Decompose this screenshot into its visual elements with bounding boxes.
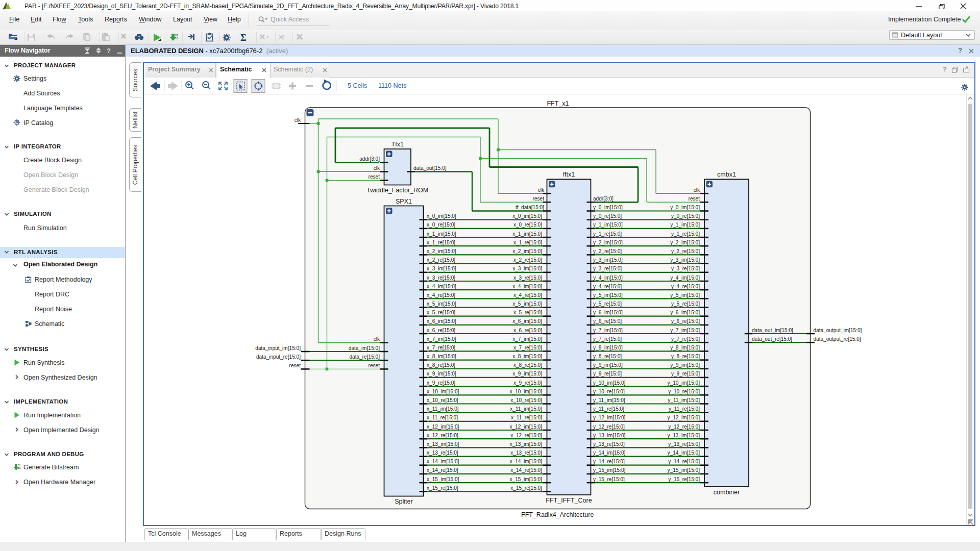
svg-text:y_6_re[15:0]: y_6_re[15:0]: [593, 318, 622, 324]
svg-text:data_input_im[15:0]: data_input_im[15:0]: [255, 345, 301, 350]
svg-text:data_out[15:0]: data_out[15:0]: [413, 165, 447, 171]
svg-text:x_15_im[15:0]: x_15_im[15:0]: [427, 476, 459, 482]
svg-text:x_4_re[15:0]: x_4_re[15:0]: [427, 292, 455, 297]
svg-text:reset: reset: [689, 195, 700, 201]
svg-text:x_15_re[15:0]: x_15_re[15:0]: [510, 485, 542, 490]
svg-text:y_1_im[15:0]: y_1_im[15:0]: [593, 222, 623, 228]
svg-text:y_12_re[15:0]: y_12_re[15:0]: [668, 423, 700, 429]
svg-text:y_3_im[15:0]: y_3_im[15:0]: [670, 257, 700, 263]
svg-text:y_5_im[15:0]: y_5_im[15:0]: [593, 292, 623, 297]
svg-text:x_2_re[15:0]: x_2_re[15:0]: [513, 257, 542, 263]
svg-text:x_4_re[15:0]: x_4_re[15:0]: [513, 292, 542, 297]
svg-text:y_12_im[15:0]: y_12_im[15:0]: [593, 415, 626, 420]
svg-text:y_9_re[15:0]: y_9_re[15:0]: [593, 371, 622, 377]
svg-text:x_3_re[15:0]: x_3_re[15:0]: [427, 274, 455, 280]
svg-text:x_7_re[15:0]: x_7_re[15:0]: [427, 344, 455, 350]
svg-text:y_11_re[15:0]: y_11_re[15:0]: [593, 406, 624, 412]
svg-text:y_10_re[15:0]: y_10_re[15:0]: [593, 388, 625, 394]
svg-text:y_12_im[15:0]: y_12_im[15:0]: [668, 415, 700, 420]
svg-text:x_9_im[15:0]: x_9_im[15:0]: [512, 371, 542, 377]
svg-text:10: 10: [175, 37, 178, 40]
svg-text:x_5_im[15:0]: x_5_im[15:0]: [427, 301, 456, 307]
svg-text:x_12_im[15:0]: x_12_im[15:0]: [427, 423, 459, 429]
svg-text:x_11_im[15:0]: x_11_im[15:0]: [510, 406, 542, 412]
svg-text:x_11_re[15:0]: x_11_re[15:0]: [427, 415, 458, 420]
svg-text:reset: reset: [369, 174, 380, 180]
svg-text:y_13_re[15:0]: y_13_re[15:0]: [668, 441, 700, 446]
svg-text:y_6_re[15:0]: y_6_re[15:0]: [671, 318, 700, 324]
svg-text:y_5_im[15:0]: y_5_im[15:0]: [670, 292, 700, 297]
svg-text:y_2_im[15:0]: y_2_im[15:0]: [593, 239, 623, 245]
svg-text:x_10_re[15:0]: x_10_re[15:0]: [510, 397, 542, 403]
svg-text:y_10_im[15:0]: y_10_im[15:0]: [668, 380, 700, 385]
svg-text:y_8_im[15:0]: y_8_im[15:0]: [670, 344, 700, 350]
svg-text:y_8_re[15:0]: y_8_re[15:0]: [671, 354, 700, 359]
svg-text:y_4_re[15:0]: y_4_re[15:0]: [593, 283, 622, 289]
svg-text:y_14_im[15:0]: y_14_im[15:0]: [668, 450, 700, 456]
svg-text:Spliter: Spliter: [395, 498, 412, 505]
svg-text:y_6_im[15:0]: y_6_im[15:0]: [593, 310, 623, 315]
svg-text:x_7_re[15:0]: x_7_re[15:0]: [513, 344, 542, 350]
svg-text:tf_data[15:0]: tf_data[15:0]: [516, 205, 544, 210]
svg-text:x_6_im[15:0]: x_6_im[15:0]: [427, 318, 456, 324]
svg-text:data_re[15:0]: data_re[15:0]: [350, 354, 380, 359]
svg-text:y_3_re[15:0]: y_3_re[15:0]: [593, 266, 622, 271]
svg-text:Σ: Σ: [240, 33, 247, 42]
svg-text:x_0_im[15:0]: x_0_im[15:0]: [512, 213, 542, 219]
svg-text:fftx1: fftx1: [563, 171, 575, 178]
svg-text:cmbx1: cmbx1: [717, 171, 736, 178]
svg-text:y_11_re[15:0]: y_11_re[15:0]: [669, 406, 700, 412]
svg-text:x_3_im[15:0]: x_3_im[15:0]: [427, 266, 456, 271]
svg-text:Tfx1: Tfx1: [391, 141, 404, 148]
svg-text:y_14_im[15:0]: y_14_im[15:0]: [593, 450, 626, 456]
svg-text:x_8_im[15:0]: x_8_im[15:0]: [512, 354, 542, 359]
svg-text:y_8_re[15:0]: y_8_re[15:0]: [593, 354, 622, 359]
svg-text:x_10_re[15:0]: x_10_re[15:0]: [427, 397, 458, 403]
svg-text:x_3_im[15:0]: x_3_im[15:0]: [512, 266, 542, 271]
svg-text:clk: clk: [694, 187, 700, 192]
svg-text:y_13_re[15:0]: y_13_re[15:0]: [593, 441, 625, 446]
svg-text:x_11_im[15:0]: x_11_im[15:0]: [427, 406, 459, 412]
svg-text:y_13_im[15:0]: y_13_im[15:0]: [593, 432, 626, 438]
svg-text:x_10_im[15:0]: x_10_im[15:0]: [427, 388, 459, 394]
svg-text:y_5_re[15:0]: y_5_re[15:0]: [593, 301, 622, 307]
svg-text:y_15_im[15:0]: y_15_im[15:0]: [593, 467, 626, 473]
svg-text:x_0_re[15:0]: x_0_re[15:0]: [427, 222, 455, 228]
svg-text:clk: clk: [374, 336, 380, 342]
svg-text:y_1_im[15:0]: y_1_im[15:0]: [670, 222, 700, 228]
svg-text:x_14_im[15:0]: x_14_im[15:0]: [427, 459, 459, 464]
svg-text:x_6_im[15:0]: x_6_im[15:0]: [512, 318, 542, 324]
svg-text:x_14_re[15:0]: x_14_re[15:0]: [427, 467, 458, 473]
svg-text:y_1_re[15:0]: y_1_re[15:0]: [593, 231, 622, 236]
svg-text:x_13_im[15:0]: x_13_im[15:0]: [427, 441, 459, 446]
svg-text:y_9_im[15:0]: y_9_im[15:0]: [670, 362, 700, 368]
svg-text:y_4_re[15:0]: y_4_re[15:0]: [671, 283, 700, 289]
svg-text:x_5_re[15:0]: x_5_re[15:0]: [427, 310, 455, 315]
svg-text:x_7_im[15:0]: x_7_im[15:0]: [512, 336, 542, 341]
svg-text:y_9_re[15:0]: y_9_re[15:0]: [671, 371, 700, 377]
svg-text:y_7_re[15:0]: y_7_re[15:0]: [671, 336, 700, 341]
svg-text:y_12_re[15:0]: y_12_re[15:0]: [593, 423, 625, 429]
svg-text:y_8_im[15:0]: y_8_im[15:0]: [593, 344, 623, 350]
svg-text:clk: clk: [538, 187, 545, 192]
svg-text:x_8_re[15:0]: x_8_re[15:0]: [513, 362, 542, 368]
svg-text:FFT_Radix4_Architecture: FFT_Radix4_Architecture: [521, 511, 594, 518]
svg-text:clk: clk: [295, 117, 301, 122]
svg-text:y_0_im[15:0]: y_0_im[15:0]: [593, 205, 623, 210]
svg-text:x_9_re[15:0]: x_9_re[15:0]: [427, 380, 455, 385]
svg-text:x_1_im[15:0]: x_1_im[15:0]: [512, 231, 542, 236]
svg-text:x_2_re[15:0]: x_2_re[15:0]: [427, 257, 455, 263]
svg-text:data_input_re[15:0]: data_input_re[15:0]: [256, 354, 301, 359]
svg-text:y_11_im[15:0]: y_11_im[15:0]: [593, 397, 625, 403]
svg-text:y_7_im[15:0]: y_7_im[15:0]: [670, 327, 700, 333]
svg-text:y_11_im[15:0]: y_11_im[15:0]: [668, 397, 700, 403]
svg-text:reset: reset: [533, 195, 545, 201]
svg-text:data_out_im[15:0]: data_out_im[15:0]: [752, 327, 793, 333]
svg-text:x_6_re[15:0]: x_6_re[15:0]: [427, 327, 455, 333]
svg-text:x_12_re[15:0]: x_12_re[15:0]: [510, 432, 542, 438]
svg-text:y_4_im[15:0]: y_4_im[15:0]: [593, 274, 623, 280]
svg-text:y_0_im[15:0]: y_0_im[15:0]: [670, 205, 700, 210]
svg-text:x_1_im[15:0]: x_1_im[15:0]: [427, 231, 456, 236]
svg-text:x_9_re[15:0]: x_9_re[15:0]: [513, 380, 542, 385]
svg-text:x_1_re[15:0]: x_1_re[15:0]: [513, 239, 542, 245]
